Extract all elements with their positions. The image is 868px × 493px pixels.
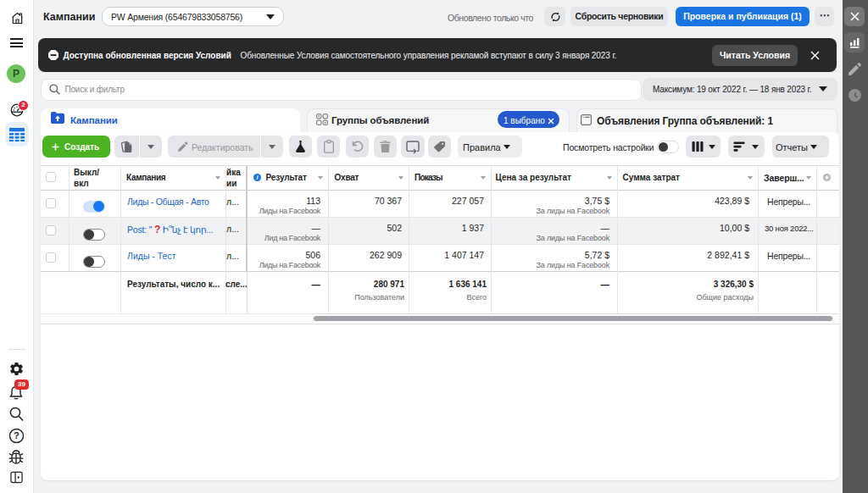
svg-text:?: ? bbox=[14, 430, 19, 440]
